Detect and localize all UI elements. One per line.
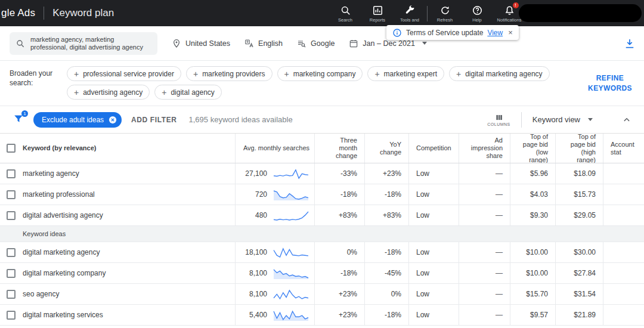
competition: Low <box>416 190 429 199</box>
broaden-chip[interactable]: +marketing expert <box>367 66 444 81</box>
table-row[interactable]: digital marketing services5,400+23%-18%L… <box>0 305 644 326</box>
keywords-summary[interactable]: marketing agency, marketing professional… <box>10 32 157 55</box>
avg-monthly-searches: 720 <box>255 190 267 199</box>
refine-keywords-button[interactable]: REFINE KEYWORDS <box>586 73 634 94</box>
table-row[interactable]: digital advertising agency480+83%+83%Low… <box>0 205 644 226</box>
row-checkbox[interactable] <box>7 211 16 220</box>
nav-tools[interactable]: Tools and <box>394 1 426 23</box>
table-header-row: Keyword (by relevance)Avg. monthly searc… <box>0 134 644 163</box>
top-of-page-bid-low: $5.96 <box>530 169 548 178</box>
row-checkbox[interactable] <box>7 190 16 199</box>
chip-label: advertising agency <box>83 88 143 97</box>
top-of-page-bid-high: $27.84 <box>574 269 596 277</box>
add-filter-button[interactable]: ADD FILTER <box>131 116 177 124</box>
nav-refresh[interactable]: Refresh <box>429 1 461 23</box>
filter-funnel[interactable]: 1 <box>13 113 24 126</box>
nav-help[interactable]: Help <box>461 1 493 23</box>
search-network-icon <box>297 39 306 48</box>
three-month-change: -18% <box>340 269 357 277</box>
broaden-chip[interactable]: +digital agency <box>154 85 222 100</box>
tos-close-icon[interactable]: × <box>508 28 513 37</box>
top-of-page-bid-high: $29.05 <box>574 211 596 219</box>
keyword-label: marketing professional <box>23 190 95 199</box>
three-month-change: 0% <box>347 248 357 256</box>
network-selector[interactable]: Google <box>297 39 335 48</box>
filter-count-badge: 1 <box>21 110 28 117</box>
yoy-change: 0% <box>391 290 401 298</box>
nav-reports[interactable]: Reports <box>361 1 394 23</box>
refresh-icon <box>439 5 451 16</box>
ad-impression-share: — <box>496 311 503 319</box>
keywords-text: marketing agency, marketing professional… <box>30 36 150 51</box>
row-checkbox[interactable] <box>7 169 16 178</box>
trend-sparkline <box>273 246 309 259</box>
select-all-checkbox[interactable] <box>7 144 16 153</box>
broaden-chip[interactable]: +professional service provider <box>67 66 181 81</box>
top-of-page-bid-high: $18.09 <box>574 169 596 178</box>
account-status-cell <box>603 284 644 304</box>
competition: Low <box>416 290 429 298</box>
top-of-page-bid-high: $31.54 <box>574 290 596 298</box>
column-header-label: Avg. monthly searches <box>243 144 309 152</box>
tos-banner: Terms of Service update View × <box>386 25 519 40</box>
page-title: Keyword plan <box>52 7 114 19</box>
column-header: YoY change <box>365 134 409 163</box>
broaden-chip[interactable]: +digital marketing agency <box>449 66 550 81</box>
competition: Low <box>416 269 429 277</box>
row-checkbox[interactable] <box>7 269 16 278</box>
broaden-chip[interactable]: +marketing providers <box>186 66 273 81</box>
column-header: Account stat <box>603 134 644 163</box>
row-checkbox[interactable] <box>7 290 16 299</box>
column-header: Competition <box>409 134 459 163</box>
remove-filter-icon[interactable] <box>109 116 117 124</box>
three-month-change: +83% <box>339 211 357 219</box>
download-button[interactable] <box>624 38 636 49</box>
keyword-label: digital marketing services <box>23 311 103 319</box>
top-of-page-bid-low: $9.30 <box>530 211 548 219</box>
table-row[interactable]: seo agency8,100+23%0%Low—$15.70$31.54 <box>0 284 644 305</box>
column-header: Avg. monthly searches <box>236 134 315 163</box>
yoy-change: -18% <box>385 248 401 256</box>
row-checkbox[interactable] <box>7 311 16 320</box>
three-month-change: -33% <box>340 169 357 178</box>
table-row[interactable]: marketing agency27,100-33%+23%Low—$5.96$… <box>0 163 644 184</box>
trend-sparkline <box>273 167 309 180</box>
broaden-chip[interactable]: +marketing company <box>277 66 363 81</box>
column-header-label: Keyword (by relevance) <box>23 144 97 152</box>
nav-search[interactable]: Search <box>329 1 361 23</box>
chevron-down-icon <box>588 118 593 121</box>
chip-label: digital marketing agency <box>465 70 542 78</box>
columns-button[interactable]: COLUMNS <box>487 113 510 126</box>
chip-label: digital agency <box>171 88 214 97</box>
header-checkbox-cell <box>0 134 21 163</box>
competition: Low <box>416 311 429 319</box>
language-selector[interactable]: English <box>244 39 283 48</box>
three-month-change: +23% <box>339 311 357 319</box>
row-checkbox[interactable] <box>7 248 16 257</box>
google-ads-keyword-plan: gle Ads Keyword plan SearchReportsTools … <box>0 0 644 326</box>
column-header-label: Ad impression share <box>466 137 503 160</box>
nav-label: Help <box>472 17 481 23</box>
table-row[interactable]: marketing professional720-18%-18%Low—$4.… <box>0 184 644 205</box>
collapse-icon[interactable] <box>621 115 632 125</box>
top-of-page-bid-low: $10.00 <box>526 248 548 256</box>
keyword-ideas-count: 1,695 keyword ideas available <box>189 115 293 124</box>
topbar-nav: SearchReportsTools andRefreshHelp!Notifi… <box>329 1 525 23</box>
account-status-cell <box>603 205 644 225</box>
keyword-label: digital advertising agency <box>23 211 103 219</box>
column-header: Keyword (by relevance) <box>21 134 236 163</box>
tools-icon <box>404 5 416 16</box>
broaden-chip[interactable]: +advertising agency <box>67 85 150 100</box>
trend-sparkline <box>273 287 309 301</box>
tos-view-link[interactable]: View <box>487 29 503 37</box>
translate-icon <box>244 39 254 48</box>
top-of-page-bid-low: $15.70 <box>526 290 548 298</box>
broaden-label: Broaden your search: <box>10 66 62 100</box>
table-row[interactable]: digital marketing agency18,1000%-18%Low—… <box>0 242 644 263</box>
location-selector[interactable]: United States <box>172 39 230 48</box>
table-row[interactable]: digital marketing company8,100-18%-45%Lo… <box>0 263 644 284</box>
exclude-adult-ideas-chip[interactable]: Exclude adult ideas <box>33 112 122 128</box>
account-status-cell <box>603 242 644 262</box>
view-selector[interactable]: Keyword view <box>532 115 593 124</box>
column-header-label: Three month change <box>322 137 357 160</box>
